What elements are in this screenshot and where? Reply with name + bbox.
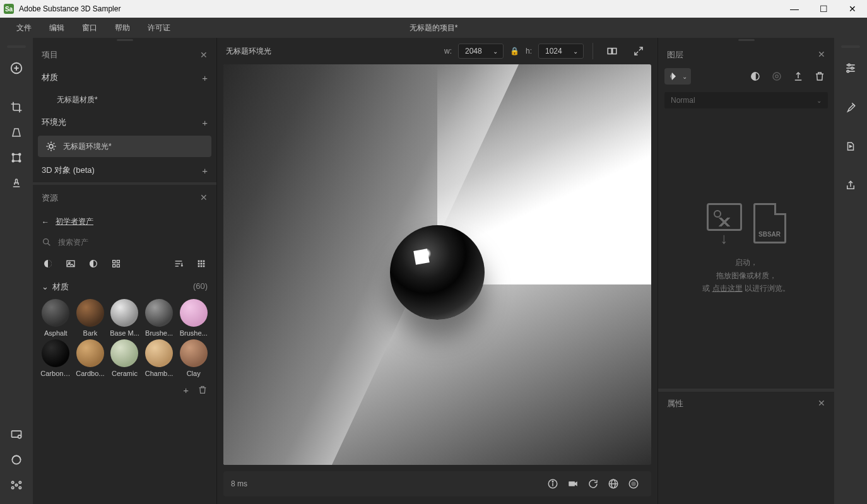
material-thumbnail[interactable]: Base M...	[108, 299, 141, 337]
stamp-tool-button[interactable]	[5, 172, 28, 194]
category-count: (60)	[193, 281, 208, 293]
width-value: 2048	[465, 47, 482, 56]
import-asset-button[interactable]: +	[183, 385, 189, 396]
width-label: w:	[444, 47, 452, 56]
send-to-button[interactable]	[839, 135, 862, 158]
back-arrow-icon[interactable]: ←	[42, 218, 49, 226]
filter-materials-icon[interactable]	[42, 257, 54, 270]
camera-button[interactable]	[563, 474, 583, 494]
material-thumbnail[interactable]: Asphalt	[39, 299, 73, 337]
material-thumbnail[interactable]: Cardbo...	[74, 339, 107, 377]
search-input[interactable]	[58, 238, 208, 247]
svg-point-4	[12, 153, 14, 155]
rail-drag-handle[interactable]	[841, 45, 860, 48]
filter-image-icon[interactable]	[64, 257, 77, 270]
svg-rect-45	[201, 266, 203, 267]
compare-view-button[interactable]	[602, 41, 622, 61]
menu-window[interactable]: 窗口	[73, 20, 106, 36]
material-thumbnail[interactable]: Brushe...	[177, 299, 210, 337]
export-button[interactable]	[790, 68, 806, 85]
material-thumbnail[interactable]: Chamb...	[143, 339, 176, 377]
environment-button[interactable]	[5, 448, 28, 471]
materials-section-header[interactable]: 材质 +	[33, 66, 216, 90]
add-environment-button[interactable]: +	[202, 117, 208, 128]
resources-panel-close-button[interactable]: ✕	[200, 192, 208, 204]
starter-assets-link[interactable]: 初学者资产	[56, 216, 93, 227]
thumbnail-sphere	[42, 339, 69, 367]
svg-rect-33	[113, 264, 115, 267]
category-header[interactable]: ⌄材质 (60)	[33, 275, 216, 296]
add-object-button[interactable]: +	[202, 165, 208, 176]
width-select[interactable]: 2048⌄	[458, 44, 504, 59]
crop-tool-button[interactable]	[5, 96, 28, 119]
height-value: 1024	[545, 47, 562, 56]
grid-view-button[interactable]	[195, 257, 208, 270]
share-button[interactable]	[839, 174, 862, 197]
display-settings-button[interactable]	[5, 423, 28, 446]
filter-generator-icon[interactable]	[110, 257, 122, 270]
eyedropper-button[interactable]	[839, 96, 862, 119]
material-item[interactable]: 无标题材质*	[33, 90, 216, 110]
properties-panel-close-button[interactable]: ✕	[818, 398, 825, 409]
left-tool-rail	[0, 38, 33, 504]
material-preview-button[interactable]	[623, 474, 644, 494]
thumbnail-label: Carbon ...	[40, 370, 71, 377]
svg-point-12	[12, 481, 14, 483]
rotate-button[interactable]	[583, 474, 603, 494]
rail-drag-handle[interactable]	[7, 45, 26, 48]
properties-body	[658, 416, 834, 504]
material-thumbnail[interactable]: Carbon ...	[39, 339, 73, 377]
window-minimize-button[interactable]: —	[780, 0, 809, 18]
project-panel-close-button[interactable]: ✕	[200, 50, 208, 60]
thumbnail-label: Chamb...	[145, 370, 174, 377]
thumbnail-sphere	[180, 299, 208, 327]
adjustments-button[interactable]	[839, 57, 862, 79]
menu-help[interactable]: 帮助	[106, 20, 139, 36]
add-button[interactable]	[5, 57, 28, 79]
environment-item[interactable]: 无标题环境光*	[38, 136, 211, 157]
svg-line-23	[48, 149, 49, 150]
link-button[interactable]	[769, 68, 785, 85]
delete-asset-button[interactable]	[198, 385, 208, 396]
thumbnail-label: Brushe...	[180, 329, 208, 337]
layers-panel-close-button[interactable]: ✕	[818, 49, 825, 61]
delete-layer-button[interactable]	[811, 68, 828, 85]
objects-section-header[interactable]: 3D 对象 (beta) +	[33, 158, 216, 182]
material-thumbnail[interactable]: Bark	[74, 299, 107, 337]
perspective-tool-button[interactable]	[5, 121, 28, 144]
lock-icon[interactable]: 🔒	[510, 47, 519, 56]
transform-tool-button[interactable]	[5, 146, 28, 169]
sun-icon	[45, 141, 57, 152]
add-material-button[interactable]: +	[202, 73, 208, 83]
window-maximize-button[interactable]: ☐	[809, 0, 838, 18]
svg-point-13	[19, 481, 21, 483]
globe-button[interactable]	[603, 474, 623, 494]
layers-drop-zone[interactable]: ↓ SBSAR 启动， 拖放图像或材质， 或 点击这里 以进行浏览。	[658, 110, 834, 389]
thumbnail-label: Clay	[187, 370, 201, 377]
material-thumbnail[interactable]: Clay	[177, 339, 210, 377]
window-close-button[interactable]: ✕	[838, 0, 867, 18]
mask-button[interactable]	[747, 68, 764, 85]
svg-point-15	[19, 487, 21, 489]
viewport-3d[interactable]	[223, 64, 651, 465]
material-thumbnail[interactable]: Ceramic	[108, 339, 141, 377]
thumbnail-label: Asphalt	[44, 329, 68, 337]
layer-mode-dropdown[interactable]: ⌄	[664, 68, 691, 85]
blend-mode-select[interactable]: Normal ⌄	[664, 92, 828, 108]
sort-button[interactable]	[172, 257, 185, 270]
fullscreen-button[interactable]	[628, 41, 649, 61]
browse-link[interactable]: 点击这里	[712, 284, 743, 293]
height-select[interactable]: 1024⌄	[538, 44, 584, 59]
left-panel: 项目 ✕ 材质 + 无标题材质* 环境光 + 无标题环境光* 3D 对象 (be…	[33, 38, 217, 504]
menu-file[interactable]: 文件	[8, 20, 40, 36]
filter-environment-icon[interactable]	[87, 257, 100, 270]
menu-edit[interactable]: 编辑	[40, 20, 73, 36]
settings-button[interactable]	[5, 474, 28, 496]
blend-mode-value: Normal	[671, 96, 695, 105]
thumbnail-label: Cardbo...	[76, 370, 104, 377]
menu-license[interactable]: 许可证	[139, 20, 179, 36]
info-button[interactable]	[543, 474, 563, 494]
search-icon	[42, 237, 52, 247]
environment-section-header[interactable]: 环境光 +	[33, 110, 216, 134]
material-thumbnail[interactable]: Brushe...	[143, 299, 176, 337]
